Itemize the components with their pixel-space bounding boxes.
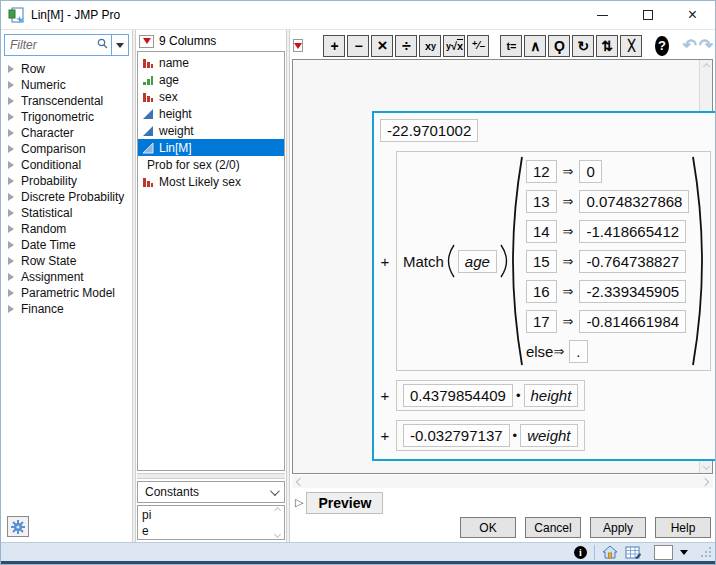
ok-button[interactable]: OK [460,517,516,538]
formula-expression-selected[interactable]: -22.9701002 + Match age [372,111,716,461]
column-row-most-likely-sex[interactable]: Most Likely sex [138,173,284,190]
constants-scrollbar[interactable] [272,508,282,537]
column-row-sex[interactable]: sex [138,88,284,105]
category-row[interactable]: Finance [1,301,132,317]
case-key[interactable]: 13 [526,190,557,213]
horizontal-splitter[interactable] [137,473,285,479]
peel-expression-button[interactable]: ∧ [524,35,546,57]
loop-button[interactable]: Ϙ [548,35,570,57]
case-value[interactable]: -2.339345905 [579,280,686,303]
filter-dropdown-button[interactable] [112,34,129,56]
case-value[interactable]: 0 [579,160,601,183]
minimize-button[interactable] [580,1,625,29]
case-value[interactable]: -0.814661984 [579,310,686,333]
column-row-prob-for-sex[interactable]: Prob for sex (2/0) [138,156,284,173]
case-key[interactable]: 12 [526,160,557,183]
category-row[interactable]: Statistical [1,205,132,221]
settings-button[interactable] [7,516,29,537]
match-argument[interactable]: age [458,250,497,273]
delete-expression-button[interactable]: ╳ [620,35,642,57]
match-case[interactable]: 15⇒-0.764738827 [526,250,690,273]
swap-terms-button[interactable]: ↻ [572,35,594,57]
match-case[interactable]: 17⇒-0.814661984 [526,310,690,333]
subtract-button[interactable]: − [347,35,369,57]
category-row[interactable]: Numeric [1,77,132,93]
case-key[interactable]: 17 [526,310,557,333]
category-row[interactable]: Date Time [1,237,132,253]
power-button[interactable]: xy [419,35,441,57]
red-triangle-menu-button[interactable] [139,35,154,48]
case-key[interactable]: 14 [526,220,557,243]
preview-disclosure-icon[interactable]: ▷ [295,496,303,509]
plus-operator[interactable]: + [380,427,390,444]
filter-input[interactable] [4,34,112,56]
undo-button[interactable]: ↶ [683,35,697,56]
category-row[interactable]: Probability [1,173,132,189]
apply-button[interactable]: Apply [590,517,646,538]
resize-grip[interactable] [701,547,711,557]
match-case[interactable]: 12⇒0 [526,160,690,183]
category-row[interactable]: Random [1,221,132,237]
category-row[interactable]: Parametric Model [1,285,132,301]
redo-button[interactable]: ↷ [699,35,713,56]
preview-toggle[interactable]: Preview [306,492,383,514]
column-row-age[interactable]: age [138,71,284,88]
cancel-button[interactable]: Cancel [525,517,581,538]
product-term[interactable]: -0.032797137 • weight [396,420,585,451]
match-case[interactable]: 16⇒-2.339345905 [526,280,690,303]
column-reference[interactable]: weight [520,424,577,447]
table-edit-icon[interactable] [625,546,641,559]
column-row-weight[interactable]: weight [138,122,284,139]
multiply-button[interactable]: × [371,35,393,57]
column-reference[interactable]: height [524,384,579,407]
add-button[interactable]: + [323,35,345,57]
constants-list[interactable]: pi e [137,505,285,540]
coefficient[interactable]: 0.4379854409 [403,384,513,407]
match-else-case[interactable]: else⇒. [526,340,690,363]
category-row[interactable]: Conditional [1,157,132,173]
constant-item-pi[interactable]: pi [142,507,280,523]
home-icon[interactable] [602,545,618,559]
close-button[interactable]: × [670,1,715,29]
coefficient[interactable]: -0.032797137 [403,424,510,447]
constant-item-e[interactable]: e [142,523,280,539]
move-term-button[interactable]: ⇅ [596,35,618,57]
category-row[interactable]: Row State [1,253,132,269]
case-value[interactable]: -0.764738827 [579,250,686,273]
maximize-button[interactable] [625,1,670,29]
category-row[interactable]: Assignment [1,269,132,285]
horizontal-scrollbar[interactable] [292,475,713,488]
plus-operator[interactable]: + [380,253,390,270]
category-row[interactable]: Comparison [1,141,132,157]
category-row[interactable]: Character [1,125,132,141]
sign-toggle-button[interactable]: ⁺⁄₋ [467,35,489,57]
category-row[interactable]: Transcendental [1,93,132,109]
red-triangle-menu-button[interactable] [293,39,303,52]
match-case[interactable]: 13⇒0.0748327868 [526,190,690,213]
else-value[interactable]: . [569,340,587,363]
help-circle-button[interactable]: ? [655,36,668,56]
column-row-height[interactable]: height [138,105,284,122]
info-icon[interactable]: i [574,546,587,559]
match-case[interactable]: 14⇒-1.418665412 [526,220,690,243]
category-row[interactable]: Row [1,61,132,77]
case-value[interactable]: 0.0748327868 [579,190,689,213]
match-expression[interactable]: Match age 12⇒0 13⇒0.0748327868 14⇒-1.418… [396,151,711,371]
intercept-term[interactable]: -22.9701002 [380,119,478,142]
column-row-linm-selected[interactable]: Lin[M] [138,139,284,156]
constants-dropdown[interactable]: Constants [137,481,285,503]
root-button[interactable]: y√x [443,35,465,57]
case-value[interactable]: -1.418665412 [579,220,686,243]
help-button[interactable]: Help [655,517,711,538]
swatch-dropdown-icon[interactable] [680,550,688,555]
case-key[interactable]: 15 [526,250,557,273]
product-term[interactable]: 0.4379854409 • height [396,380,585,411]
case-key[interactable]: 16 [526,280,557,303]
local-variable-button[interactable]: t= [500,35,522,57]
column-row-name[interactable]: name [138,54,284,71]
divide-button[interactable]: ÷ [395,35,417,57]
category-row[interactable]: Trigonometric [1,109,132,125]
category-row[interactable]: Discrete Probability [1,189,132,205]
plus-operator[interactable]: + [380,387,390,404]
color-swatch[interactable] [654,545,673,560]
